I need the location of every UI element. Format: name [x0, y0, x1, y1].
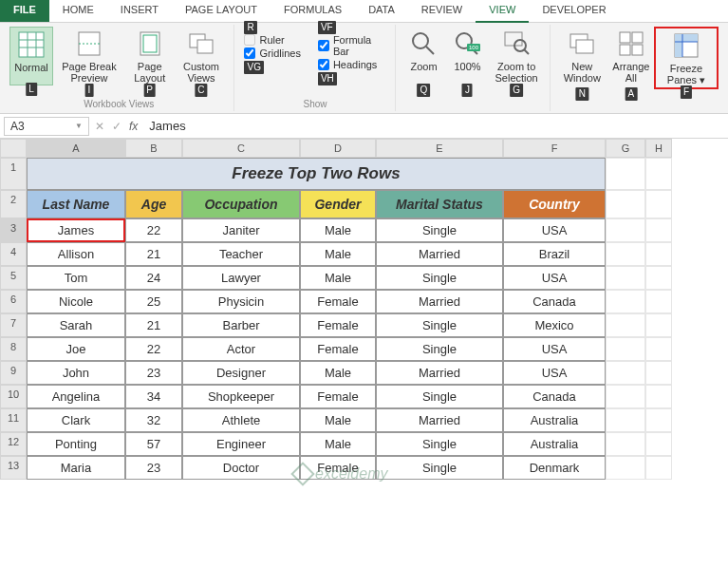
cell-blank[interactable] [606, 218, 645, 242]
row-header-1[interactable]: 1 [0, 158, 27, 190]
data-cell[interactable]: Married [376, 361, 503, 385]
tab-review[interactable]: REVIEW [408, 0, 476, 22]
row-header-9[interactable]: 9 [0, 361, 27, 385]
cell-blank[interactable] [606, 290, 645, 313]
row-header-3[interactable]: 3 [0, 218, 27, 242]
cell-blank[interactable] [645, 313, 672, 337]
cancel-icon[interactable]: ✕ [95, 120, 104, 133]
data-cell[interactable]: Maria [27, 456, 125, 480]
table-header[interactable]: Country [503, 190, 606, 218]
cell-blank[interactable] [606, 158, 645, 190]
cell-blank[interactable] [645, 218, 672, 242]
data-cell[interactable]: Actor [182, 337, 300, 361]
cell-blank[interactable] [645, 385, 672, 408]
data-cell[interactable]: Teacher [182, 242, 300, 266]
cell-blank[interactable] [645, 456, 672, 480]
data-cell[interactable]: James [27, 218, 125, 242]
freeze-panes-button[interactable]: Freeze Panes ▾ F [654, 27, 719, 89]
col-header-G[interactable]: G [606, 139, 645, 158]
data-cell[interactable]: Single [376, 385, 503, 408]
data-cell[interactable]: Allison [27, 242, 125, 266]
data-cell[interactable]: Single [376, 218, 503, 242]
data-cell[interactable]: USA [503, 361, 606, 385]
data-cell[interactable]: Nicole [27, 290, 125, 313]
data-cell[interactable]: Married [376, 242, 503, 266]
data-cell[interactable]: Married [376, 408, 503, 432]
row-header-12[interactable]: 12 [0, 432, 27, 456]
data-cell[interactable]: Janiter [182, 218, 300, 242]
table-header[interactable]: Marital Status [376, 190, 503, 218]
data-cell[interactable]: Single [376, 266, 503, 290]
table-header[interactable]: Age [125, 190, 182, 218]
formula-bar-checkbox[interactable]: Formula BarVF [318, 34, 386, 57]
data-cell[interactable]: Shopkeeper [182, 385, 300, 408]
data-cell[interactable]: 57 [125, 432, 182, 456]
row-header-8[interactable]: 8 [0, 337, 27, 361]
data-cell[interactable]: Female [300, 456, 376, 480]
data-cell[interactable]: Male [300, 361, 376, 385]
cell-blank[interactable] [645, 290, 672, 313]
col-header-A[interactable]: A [27, 139, 125, 158]
custom-views-button[interactable]: Custom Views C [175, 27, 229, 85]
data-cell[interactable]: Single [376, 337, 503, 361]
data-cell[interactable]: Male [300, 432, 376, 456]
col-header-C[interactable]: C [182, 139, 300, 158]
tab-file[interactable]: FILE [0, 0, 49, 22]
gridlines-checkbox[interactable]: GridlinesVG [244, 47, 300, 59]
row-header-4[interactable]: 4 [0, 242, 27, 266]
data-cell[interactable]: 32 [125, 408, 182, 432]
data-cell[interactable]: Male [300, 218, 376, 242]
cell-blank[interactable] [645, 432, 672, 456]
page-break-preview-button[interactable]: Page Break Preview I [53, 27, 125, 85]
data-cell[interactable]: USA [503, 218, 606, 242]
cell-blank[interactable] [606, 408, 645, 432]
fx-icon[interactable]: fx [129, 120, 138, 133]
cell-blank[interactable] [606, 266, 645, 290]
data-cell[interactable]: Joe [27, 337, 125, 361]
row-header-2[interactable]: 2 [0, 190, 27, 218]
data-cell[interactable]: USA [503, 266, 606, 290]
data-cell[interactable]: 22 [125, 218, 182, 242]
name-box[interactable]: A3▼ [4, 117, 89, 136]
data-cell[interactable]: Single [376, 313, 503, 337]
cell-blank[interactable] [645, 158, 672, 190]
row-header-11[interactable]: 11 [0, 408, 27, 432]
cell-blank[interactable] [606, 456, 645, 480]
cell-blank[interactable] [606, 337, 645, 361]
tab-home[interactable]: HOME [49, 0, 107, 22]
tab-data[interactable]: DATA [355, 0, 408, 22]
data-cell[interactable]: Ponting [27, 432, 125, 456]
arrange-all-button[interactable]: Arrange All A [608, 27, 654, 89]
col-header-B[interactable]: B [125, 139, 182, 158]
data-cell[interactable]: 23 [125, 456, 182, 480]
cell-blank[interactable] [645, 266, 672, 290]
data-cell[interactable]: 21 [125, 313, 182, 337]
data-cell[interactable]: 21 [125, 242, 182, 266]
data-cell[interactable]: Physicin [182, 290, 300, 313]
col-header-H[interactable]: H [645, 139, 672, 158]
data-cell[interactable]: Doctor [182, 456, 300, 480]
data-cell[interactable]: 22 [125, 337, 182, 361]
col-header-E[interactable]: E [376, 139, 503, 158]
data-cell[interactable]: Clark [27, 408, 125, 432]
data-cell[interactable]: Designer [182, 361, 300, 385]
data-cell[interactable]: Australia [503, 408, 606, 432]
data-cell[interactable]: Athlete [182, 408, 300, 432]
data-cell[interactable]: 34 [125, 385, 182, 408]
row-header-7[interactable]: 7 [0, 313, 27, 337]
data-cell[interactable]: Single [376, 432, 503, 456]
cell-blank[interactable] [606, 361, 645, 385]
data-cell[interactable]: 23 [125, 361, 182, 385]
tab-insert[interactable]: INSERT [107, 0, 172, 22]
data-cell[interactable]: John [27, 361, 125, 385]
table-header[interactable]: Gender [300, 190, 376, 218]
cell-blank[interactable] [645, 190, 672, 218]
table-header[interactable]: Occupation [182, 190, 300, 218]
data-cell[interactable]: 24 [125, 266, 182, 290]
data-cell[interactable]: Male [300, 266, 376, 290]
data-cell[interactable]: Single [376, 456, 503, 480]
page-layout-button[interactable]: Page Layout P [125, 27, 175, 85]
data-cell[interactable]: Female [300, 313, 376, 337]
row-header-10[interactable]: 10 [0, 385, 27, 408]
data-cell[interactable]: Mexico [503, 313, 606, 337]
